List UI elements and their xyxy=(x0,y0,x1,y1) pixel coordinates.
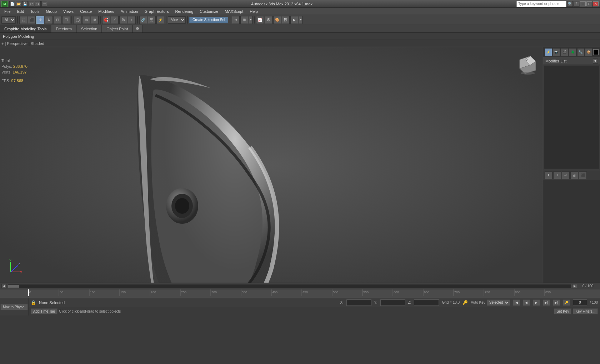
menu-modifiers[interactable]: Modifiers xyxy=(95,9,117,14)
new-btn[interactable]: 📄 xyxy=(9,1,15,7)
menu-customize[interactable]: Customize xyxy=(197,9,221,14)
prev-frame-btn[interactable]: ◀ xyxy=(523,299,530,306)
view-dropdown[interactable]: View xyxy=(168,16,186,24)
lock-icon[interactable]: 🔒 xyxy=(31,300,36,305)
tab-settings[interactable]: ⚙ xyxy=(133,25,142,32)
tab-freeform[interactable]: Freeform xyxy=(51,25,76,32)
rpanel-tab-create[interactable]: 📦 xyxy=(585,48,592,56)
maximize-button[interactable]: □ xyxy=(586,1,592,6)
menu-maxscript[interactable]: MAXScript xyxy=(222,9,246,14)
menu-help[interactable]: Help xyxy=(247,9,261,14)
schematic-view-btn[interactable]: 🕸 xyxy=(265,16,272,24)
render-setup-btn[interactable]: 🖼 xyxy=(282,16,290,24)
unlink-btn[interactable]: ⛓ xyxy=(148,16,156,24)
select-obj-btn[interactable]: ◯ xyxy=(74,16,81,24)
rpanel-config-btn[interactable]: ⬛ xyxy=(579,171,587,179)
rotate-btn[interactable]: ↻ xyxy=(45,16,53,24)
svg-text:450: 450 xyxy=(302,290,308,294)
tab-object-paint[interactable]: Object Paint xyxy=(102,25,132,32)
create-selection-btn[interactable]: Create Selection Sel xyxy=(189,17,228,23)
add-time-tag-btn[interactable]: Add Time Tag xyxy=(31,308,58,314)
play-btn[interactable]: ▶ xyxy=(533,299,540,306)
undo-btn[interactable]: ↩ xyxy=(29,1,34,7)
rpanel-tab-display[interactable]: 📷 xyxy=(553,48,560,56)
menu-animation[interactable]: Animation xyxy=(118,9,141,14)
selection-filter-dropdown[interactable]: All xyxy=(1,16,16,24)
menu-file[interactable]: File xyxy=(1,9,14,14)
key-filters-btn[interactable]: Key Filters... xyxy=(573,308,598,314)
select-btn[interactable]: ⬚ xyxy=(19,16,27,24)
tab-selection[interactable]: Selection xyxy=(77,25,102,32)
save-btn[interactable]: 💾 xyxy=(22,1,28,7)
menu-rendering[interactable]: Rendering xyxy=(172,9,196,14)
menu-views[interactable]: Views xyxy=(60,9,76,14)
minimize-button[interactable]: ─ xyxy=(580,1,586,6)
render-btn[interactable]: ▶ xyxy=(290,16,298,24)
timeline-thumb[interactable] xyxy=(8,285,19,288)
rpanel-tab-motion[interactable]: 🎬 xyxy=(561,48,568,56)
curve-editor-btn[interactable]: 📈 xyxy=(256,16,264,24)
viewport[interactable]: Total Polys: 286,670 Verts: 146,197 FPS:… xyxy=(0,47,543,283)
go-to-start-btn[interactable]: |◀ xyxy=(513,299,520,306)
menu-group[interactable]: Group xyxy=(43,9,60,14)
rpanel-tab-hierarchy[interactable]: 🌲 xyxy=(569,48,576,56)
align-dropdown[interactable]: ▼ xyxy=(249,16,252,24)
selected-dropdown[interactable]: Selected xyxy=(487,299,510,306)
window-cross-btn[interactable]: ⧉ xyxy=(91,16,99,24)
max-to-physc-btn[interactable]: Max to Physc. xyxy=(0,304,28,310)
search-icon[interactable]: 🔍 xyxy=(567,1,573,7)
color-swatch[interactable] xyxy=(593,49,599,55)
scroll-left-btn[interactable]: ◀ xyxy=(1,284,6,288)
key-mode-btn[interactable]: 🔑 xyxy=(563,299,570,306)
snap-toggle[interactable]: 🧲 xyxy=(102,16,110,24)
key-icon[interactable]: 🔑 xyxy=(462,300,468,305)
app-logo[interactable]: M xyxy=(1,1,8,7)
x-label: X: xyxy=(340,300,343,304)
bind-space-warp[interactable]: ⚡ xyxy=(156,16,164,24)
x-coord-input[interactable] xyxy=(346,299,371,306)
close-button[interactable]: ✕ xyxy=(593,1,599,6)
viewport-header-text: + | Perspective | Shaded xyxy=(1,41,44,46)
more-btn[interactable]: ⋯ xyxy=(41,1,47,7)
fps-label: FPS: xyxy=(1,79,10,83)
scale-type-btn[interactable]: ☐ xyxy=(62,16,70,24)
rpanel-pause-btn[interactable]: ⏸ xyxy=(553,171,561,179)
y-coord-input[interactable] xyxy=(380,299,405,306)
viewcube[interactable]: TOP xyxy=(514,51,539,76)
menu-edit[interactable]: Edit xyxy=(14,9,27,14)
select-region-btn[interactable]: ⬛ xyxy=(28,16,36,24)
z-coord-input[interactable] xyxy=(414,299,439,306)
percent-snap[interactable]: % xyxy=(119,16,127,24)
rpanel-pin-btn[interactable]: ⬇ xyxy=(545,171,552,179)
rpanel-print-btn[interactable]: 🖨 xyxy=(570,171,578,179)
angle-snap[interactable]: ∠ xyxy=(111,16,119,24)
svg-text:50: 50 xyxy=(60,290,63,294)
spinner-snap[interactable]: ↕ xyxy=(128,16,136,24)
set-key-btn[interactable]: Set Key xyxy=(554,308,571,314)
rpanel-tab-command[interactable]: ⚡ xyxy=(545,48,552,56)
mirror-btn[interactable]: ⇔ xyxy=(232,16,240,24)
tab-graphite-modeling-tools[interactable]: Graphite Modeling Tools xyxy=(0,25,51,32)
redo-btn[interactable]: ↪ xyxy=(35,1,41,7)
rpanel-tab-utilities[interactable]: 🔧 xyxy=(577,48,585,56)
render-type[interactable]: ▼ xyxy=(299,16,302,24)
scale-btn[interactable]: ⊡ xyxy=(54,16,61,24)
open-btn[interactable]: 📂 xyxy=(16,1,21,7)
scroll-right-btn[interactable]: ▶ xyxy=(572,284,577,288)
next-frame-btn[interactable]: ▶| xyxy=(543,299,550,306)
select-region-type[interactable]: ▭ xyxy=(82,16,90,24)
search-input[interactable] xyxy=(516,1,566,7)
go-to-end-btn[interactable]: ▶| xyxy=(553,299,560,306)
timeline-scroll[interactable] xyxy=(7,284,571,288)
rpanel-reset-btn[interactable]: ↩ xyxy=(562,171,570,179)
move-btn[interactable]: ✛ xyxy=(36,16,44,24)
menu-tools[interactable]: Tools xyxy=(28,9,42,14)
link-btn[interactable]: 🔗 xyxy=(139,16,147,24)
help-icon[interactable]: ? xyxy=(574,1,579,7)
align-btn[interactable]: ⊞ xyxy=(240,16,248,24)
material-editor-btn[interactable]: 🎨 xyxy=(273,16,281,24)
menu-graph-editors[interactable]: Graph Editors xyxy=(142,9,172,14)
frame-input[interactable] xyxy=(573,299,587,306)
menu-create[interactable]: Create xyxy=(77,9,95,14)
modifier-list-dropdown-arrow[interactable]: ▼ xyxy=(593,59,598,64)
